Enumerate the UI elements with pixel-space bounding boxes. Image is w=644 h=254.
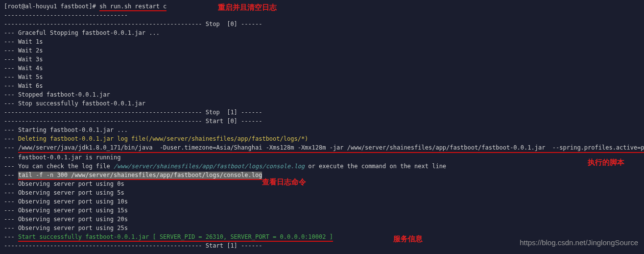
- log-line: --- Wait 1s: [4, 37, 640, 46]
- log-line: --- Observing server port using 0s: [4, 179, 640, 188]
- typed-command: sh run.sh restart c: [99, 3, 167, 11]
- delete-log-msg: Deleting fastboot-0.0.1.jar log file(/ww…: [18, 135, 308, 142]
- log-line: --- Wait 5s: [4, 73, 640, 81]
- log-line: --- Observing server port using 10s: [4, 197, 640, 206]
- log-line: --- Wait 4s: [4, 64, 640, 73]
- watermark: https://blog.csdn.net/JinglongSource: [520, 237, 638, 249]
- tail-line: --- tail -f -n 300 /www/server/shainesfi…: [4, 171, 640, 179]
- annotation-view-log: 查看日志命令: [262, 177, 306, 188]
- separator: -----------------------------------: [4, 11, 640, 20]
- shell-prompt: [root@al-houyu1 fastboot]#: [4, 3, 99, 10]
- log-line: --- Observing server port using 15s: [4, 206, 640, 215]
- log-line: --- Observing server port using 20s: [4, 215, 640, 224]
- terminal-output[interactable]: [root@al-houyu1 fastboot]# sh run.sh res…: [4, 2, 640, 250]
- prefix: ---: [4, 233, 18, 240]
- check-log-line: --- You can check the log file /www/serv…: [4, 162, 640, 171]
- log-line: --- Observing server port using 25s: [4, 224, 640, 232]
- log-line: --- Wait 3s: [4, 55, 640, 64]
- deleting-line: --- Deleting fastboot-0.0.1.jar log file…: [4, 134, 640, 143]
- exec-command: /www/server/java/jdk1.8.0_171/bin/java -…: [18, 143, 644, 153]
- tail-command: tail -f -n 300 /www/server/shainesfiles/…: [18, 172, 262, 180]
- prefix: ---: [4, 135, 18, 142]
- annotation-restart-clear: 重启并且清空日志: [218, 2, 277, 13]
- annotation-service-info: 服务信息: [393, 233, 423, 245]
- prefix: ---: [4, 144, 18, 151]
- log-line: --- Stop successfully fastboot-0.0.1.jar: [4, 99, 640, 108]
- log-line: --- Graceful Stopping fastboot-0.0.1.jar…: [4, 28, 640, 37]
- start-header-0: ----------------------------------------…: [4, 117, 640, 126]
- exec-line: --- /www/server/java/jdk1.8.0_171/bin/ja…: [4, 143, 640, 153]
- log-line: --- Observing server port using 5s: [4, 188, 640, 197]
- annotation-exec-script: 执行的脚本: [588, 157, 624, 168]
- prompt-line: [root@al-houyu1 fastboot]# sh run.sh res…: [4, 2, 640, 11]
- log-line: --- Stopped fastboot-0.0.1.jar: [4, 90, 640, 99]
- log-line: --- Wait 2s: [4, 46, 640, 55]
- suffix: or execute the command on the next line: [305, 163, 446, 170]
- log-line: --- Starting fastboot-0.0.1.jar ...: [4, 126, 640, 134]
- log-line: --- Wait 6s: [4, 81, 640, 90]
- prefix: ---: [4, 172, 18, 178]
- stop-header-1: ----------------------------------------…: [4, 108, 640, 117]
- log-path: /www/server/shainesfiles/app/fastboot/lo…: [114, 163, 305, 170]
- start-success-msg: Start successfully fastboot-0.0.1.jar [ …: [18, 233, 333, 242]
- log-line: --- fastboot-0.0.1.jar is running: [4, 153, 640, 162]
- stop-header-0: ----------------------------------------…: [4, 20, 640, 28]
- prefix: --- You can check the log file: [4, 163, 114, 170]
